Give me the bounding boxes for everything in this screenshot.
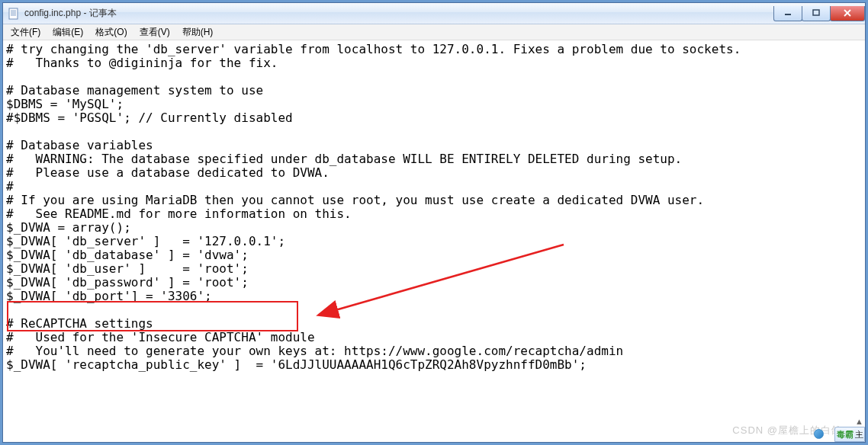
window-title: config.inc.php - 记事本	[24, 7, 774, 20]
close-button[interactable]	[830, 6, 865, 21]
code-text[interactable]: # try changing the 'db_server' variable …	[3, 40, 865, 372]
poison-icon: 毒霸	[837, 429, 854, 440]
tray-arrow-icon: ▲	[855, 417, 863, 426]
globe-icon	[814, 429, 824, 439]
maximize-button[interactable]	[802, 6, 831, 21]
menu-bar: 文件(F) 编辑(E) 格式(O) 查看(V) 帮助(H)	[3, 24, 865, 40]
watermark-text: CSDN @屋檐上的白鸽	[732, 424, 842, 437]
svg-rect-6	[813, 10, 819, 15]
minimize-button[interactable]	[773, 6, 802, 21]
notepad-window: config.inc.php - 记事本 文件(F) 编辑(E) 格式(O) 查…	[2, 2, 866, 443]
notepad-icon	[8, 8, 20, 20]
window-controls	[774, 6, 865, 21]
menu-format[interactable]: 格式(O)	[91, 24, 131, 40]
taskbar-peek[interactable]: 毒霸主	[834, 427, 865, 442]
editor-area[interactable]: # try changing the 'db_server' variable …	[3, 40, 865, 442]
menu-help[interactable]: 帮助(H)	[178, 24, 218, 40]
menu-view[interactable]: 查看(V)	[135, 24, 175, 40]
menu-edit[interactable]: 编辑(E)	[48, 24, 88, 40]
menu-file[interactable]: 文件(F)	[6, 24, 45, 40]
title-bar[interactable]: config.inc.php - 记事本	[3, 3, 865, 24]
